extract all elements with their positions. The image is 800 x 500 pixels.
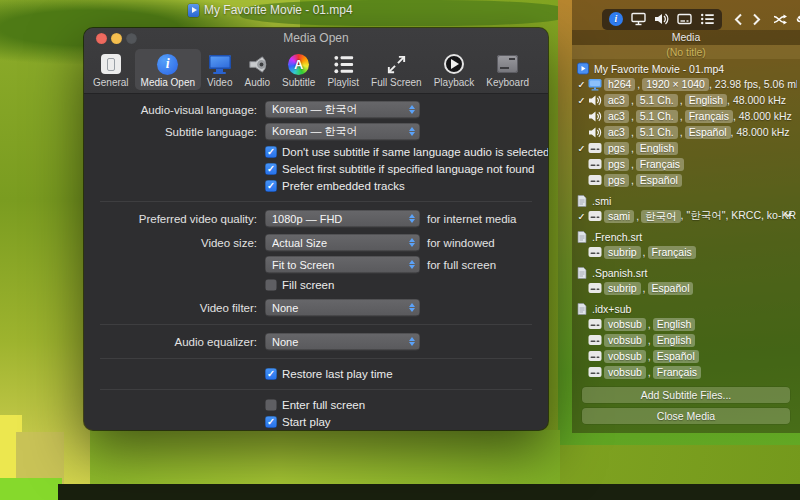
track-detail: , 23.98 fps, 5.06 mbps [709, 78, 797, 90]
track-row[interactable]: ✓ac3,5.1 Ch.,English, 48.000 kHz [575, 92, 797, 108]
track-row[interactable]: vobsub,English [575, 316, 797, 332]
tab-general[interactable]: General [87, 49, 135, 90]
track-tag: English [653, 318, 695, 331]
track-row[interactable]: vobsub,Français [575, 364, 797, 380]
start-play-row: ✓ Start play [265, 415, 532, 429]
dont-use-subtitle-checkbox[interactable]: ✓ [265, 146, 277, 158]
info-icon-active[interactable]: i [609, 12, 623, 26]
tab-audio[interactable]: Audio [238, 49, 276, 90]
track-tag: vobsub [604, 318, 646, 331]
track-row[interactable]: vobsub,English [575, 332, 797, 348]
tab-video[interactable]: Video [201, 49, 238, 90]
player-window-title: My Favorite Movie - 01.mp4 [188, 3, 353, 17]
subtitle-language-select[interactable]: Korean — 한국어 [265, 123, 420, 140]
track-row[interactable]: ✓pgs,English [575, 140, 797, 156]
select-first-subtitle-checkbox[interactable]: ✓ [265, 163, 277, 175]
track-tag: vobsub [604, 334, 646, 347]
track-row[interactable]: ✓h264,1920 × 1040, 23.98 fps, 5.06 mbps [575, 76, 797, 92]
close-media-button[interactable]: Close Media [582, 408, 790, 424]
display-icon[interactable] [631, 12, 646, 26]
chevron-right-icon[interactable] [752, 13, 761, 26]
list-icon[interactable] [700, 12, 715, 26]
video-background-khaki [16, 432, 64, 500]
track-tag: Español [685, 126, 731, 139]
add-subtitle-files-button[interactable]: Add Subtitle Files... [582, 387, 790, 403]
tab-label: Playlist [327, 77, 359, 88]
tab-playlist[interactable]: Playlist [321, 49, 365, 90]
panel-play-modes [773, 13, 800, 26]
track-tag: Français [636, 158, 684, 171]
speaker-icon [246, 52, 269, 76]
restore-last-play-time-row: ✓ Restore last play time [265, 367, 532, 381]
enter-full-screen-row: Enter full screen [265, 398, 532, 412]
tab-playback[interactable]: Playback [428, 49, 481, 90]
video-quality-select[interactable]: 1080p — FHD [265, 210, 420, 227]
keyboard-icon [497, 52, 518, 76]
track-row[interactable]: pgs,Français [575, 156, 797, 172]
fill-screen-checkbox[interactable] [265, 279, 277, 291]
prefer-embedded-checkbox[interactable]: ✓ [265, 180, 277, 192]
track-tag: vobsub [604, 366, 646, 379]
general-icon [101, 52, 121, 76]
track-row[interactable]: pgs,Español [575, 172, 797, 188]
media-group-header: .idx+sub [575, 301, 797, 316]
panel-view-switcher: i [602, 9, 722, 30]
speaker-icon[interactable] [654, 12, 669, 26]
close-button[interactable] [96, 33, 107, 44]
track-row[interactable]: ac3,5.1 Ch.,Français, 48.000 kHz [575, 108, 797, 124]
media-group-header: .smi [575, 193, 797, 208]
minimize-button[interactable] [111, 33, 122, 44]
audio-equalizer-select[interactable]: None [265, 333, 420, 350]
repeat-icon[interactable] [795, 13, 800, 26]
track-tag: Français [685, 110, 733, 123]
track-tag: Español [653, 350, 699, 363]
track-tag: English [636, 142, 678, 155]
track-row[interactable]: ac3,5.1 Ch.,Español, 48.000 kHz [575, 124, 797, 140]
subtitle-track-icon [588, 318, 604, 330]
zoom-button[interactable] [126, 33, 137, 44]
track-tag: Español [636, 174, 682, 187]
file-icon [577, 195, 587, 207]
tab-keyboard[interactable]: Keyboard [480, 49, 535, 90]
video-size-fullscreen-select[interactable]: Fit to Screen [265, 256, 420, 273]
track-row[interactable]: vobsub,Español [575, 348, 797, 364]
file-icon [577, 303, 587, 315]
tab-subtitle[interactable]: ASubtitle [276, 49, 321, 90]
enter-full-screen-checkbox[interactable] [265, 399, 277, 411]
media-group-title: .French.srt [592, 231, 642, 243]
tab-media-open[interactable]: iMedia Open [135, 49, 201, 90]
track-detail: , 48.000 kHz [727, 94, 786, 106]
tab-label: Video [207, 77, 232, 88]
track-tag: ac3 [604, 110, 629, 123]
subtitle-track-icon [588, 282, 604, 294]
tab-full-screen[interactable]: Full Screen [365, 49, 428, 90]
media-group-header: .Spanish.srt [575, 265, 797, 280]
track-tag: h264 [604, 78, 635, 91]
desktop: My Favorite Movie - 01.mp4 Media Open Ge… [0, 0, 800, 500]
track-row[interactable]: subrip,Español [575, 280, 797, 296]
track-tag: 5.1 Ch. [636, 94, 678, 107]
popup-stepper-icon [406, 238, 417, 247]
start-play-checkbox[interactable]: ✓ [265, 416, 277, 428]
video-size-windowed-select[interactable]: Actual Size [265, 234, 420, 251]
av-language-select[interactable]: Korean — 한국어 [265, 101, 420, 118]
display-icon [209, 52, 231, 76]
movie-file-icon [577, 62, 589, 75]
subtitle-icon[interactable] [677, 12, 692, 26]
panel-nav [734, 13, 761, 26]
shuffle-icon[interactable] [773, 13, 788, 26]
media-group-header: My Favorite Movie - 01.mp4 [575, 61, 797, 76]
panel-title: Media [572, 30, 800, 45]
chevron-down-icon[interactable] [783, 211, 793, 218]
track-row[interactable]: subrip,Français [575, 244, 797, 260]
window-title-text: My Favorite Movie - 01.mp4 [204, 3, 353, 17]
track-row[interactable]: ✓sami,한국어, "한국어", KRCC, ko-KR [575, 208, 797, 224]
playback-icon [444, 52, 464, 76]
chevron-left-icon[interactable] [734, 13, 743, 26]
video-filter-label: Video filter: [100, 302, 257, 314]
tab-label: General [93, 77, 129, 88]
fullscreen-icon [385, 52, 408, 76]
video-filter-select[interactable]: None [265, 299, 420, 316]
restore-last-play-time-checkbox[interactable]: ✓ [265, 368, 277, 380]
select-first-subtitle-row: ✓ Select first subtitle if specified lan… [265, 162, 532, 176]
